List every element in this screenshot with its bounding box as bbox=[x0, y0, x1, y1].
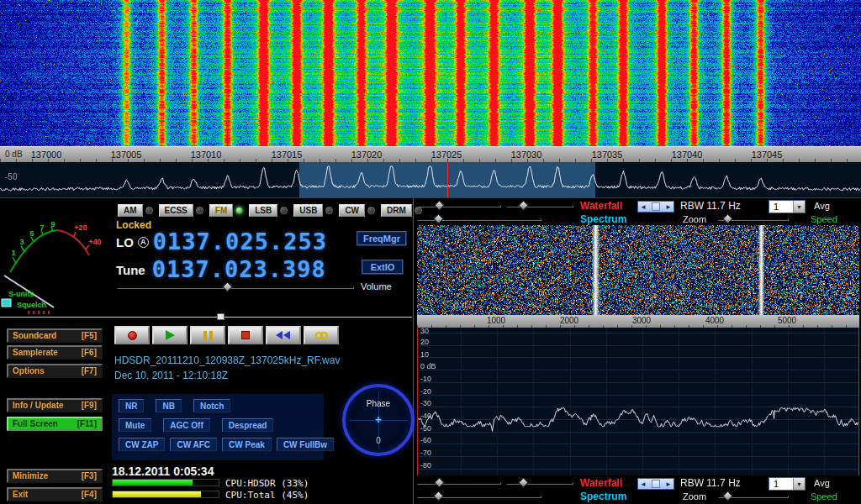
slider-thumb[interactable] bbox=[722, 491, 733, 501]
slider-thumb[interactable] bbox=[434, 477, 445, 488]
loop-button[interactable] bbox=[304, 326, 339, 344]
mode-usb-button[interactable]: USB bbox=[293, 204, 323, 217]
mode-cw[interactable]: CW bbox=[339, 204, 375, 217]
mode-ecss-button[interactable]: ECSS bbox=[159, 204, 193, 217]
slider-thumb[interactable] bbox=[433, 491, 444, 501]
rewind-button[interactable] bbox=[266, 326, 301, 344]
mode-am-button[interactable]: AM bbox=[118, 204, 143, 217]
slider-thumb[interactable] bbox=[434, 200, 445, 211]
phase-display: + Phase 0 bbox=[342, 384, 415, 456]
rf-waterfall-display[interactable] bbox=[417, 225, 859, 315]
despread-button[interactable]: Despread bbox=[222, 418, 274, 432]
spectrum-range-slider-2[interactable] bbox=[417, 491, 541, 501]
waterfall-brightness-slider-2[interactable] bbox=[417, 478, 501, 488]
tune-frequency-display[interactable]: 0137.023.398 bbox=[152, 257, 326, 282]
slider-thumb[interactable] bbox=[722, 213, 733, 224]
mode-fm[interactable]: FM bbox=[209, 204, 243, 217]
avg-label-2: Avg bbox=[814, 478, 830, 488]
chevron-down-icon[interactable]: ▼ bbox=[793, 201, 805, 213]
rf-freq-label: 5000 bbox=[778, 316, 796, 325]
mode-lsb[interactable]: LSB bbox=[249, 204, 288, 217]
passband-region[interactable] bbox=[299, 162, 595, 197]
cpu-hdsdr-bar bbox=[112, 479, 219, 486]
mode-drm-button[interactable]: DRM bbox=[381, 204, 412, 217]
exit-button[interactable]: Exit [F4] bbox=[7, 487, 103, 501]
tune-slider-thumb[interactable] bbox=[217, 313, 224, 320]
db-scale-zero: 0 dB bbox=[5, 150, 23, 159]
soundcard-key: [F5] bbox=[82, 331, 97, 340]
mode-fm-button[interactable]: FM bbox=[209, 204, 233, 217]
fullscreen-label: Full Screen bbox=[13, 419, 58, 428]
cw-afc-button[interactable]: CW AFC bbox=[170, 438, 217, 451]
nr-button[interactable]: NR bbox=[119, 399, 144, 412]
lo-frequency-display[interactable]: 0137.025.253 bbox=[153, 229, 327, 255]
soundcard-button[interactable]: Soundcard [F5] bbox=[7, 328, 103, 343]
freq-label: 137025 bbox=[431, 150, 462, 160]
volume-slider-thumb[interactable] bbox=[222, 281, 233, 292]
rf-frequency-ruler[interactable]: 1000 2000 3000 4000 5000 bbox=[417, 315, 859, 328]
slider-thumb[interactable] bbox=[433, 213, 444, 224]
lo-auto-badge[interactable]: A bbox=[138, 237, 149, 248]
mode-cw-button[interactable]: CW bbox=[339, 204, 365, 217]
minimize-button[interactable]: Minimize [F3] bbox=[7, 469, 103, 483]
slider-track[interactable] bbox=[417, 205, 501, 207]
extio-button[interactable]: ExtIO bbox=[362, 260, 404, 275]
mode-ecss[interactable]: ECSS bbox=[159, 204, 203, 217]
mode-lsb-button[interactable]: LSB bbox=[249, 204, 277, 217]
zoom-slider[interactable] bbox=[718, 214, 789, 224]
squelch-indicator[interactable] bbox=[2, 299, 11, 307]
freq-label: 137045 bbox=[752, 150, 783, 160]
play-button[interactable] bbox=[152, 326, 188, 344]
right-arrow-icon[interactable]: ► bbox=[665, 203, 672, 211]
rf-spectrum-display[interactable] bbox=[418, 328, 858, 475]
scrollbar-thumb[interactable] bbox=[652, 202, 660, 211]
waterfall-contrast-slider[interactable] bbox=[506, 201, 573, 211]
main-waterfall-display[interactable] bbox=[0, 0, 861, 146]
mode-am[interactable]: AM bbox=[118, 204, 153, 217]
chevron-down-icon[interactable]: ▼ bbox=[793, 478, 805, 490]
slider-track[interactable] bbox=[417, 482, 501, 485]
speed-label: Speed bbox=[811, 214, 837, 224]
volume-slider-track[interactable] bbox=[117, 286, 354, 289]
scrollbar-thumb[interactable] bbox=[652, 480, 660, 488]
cw-peak-button[interactable]: CW Peak bbox=[222, 438, 272, 451]
tune-slider[interactable] bbox=[0, 312, 412, 320]
mode-usb[interactable]: USB bbox=[293, 204, 333, 217]
waterfall-brightness-slider[interactable] bbox=[417, 201, 501, 211]
right-arrow-icon[interactable]: ► bbox=[665, 480, 672, 488]
nb-button[interactable]: NB bbox=[156, 399, 181, 412]
slider-thumb[interactable] bbox=[518, 477, 529, 488]
tune-slider-track[interactable] bbox=[0, 317, 412, 318]
zoom-slider-2[interactable] bbox=[718, 491, 789, 501]
left-arrow-icon[interactable]: ◄ bbox=[640, 203, 647, 211]
agc-button[interactable]: AGC Off bbox=[163, 418, 209, 432]
notch-button[interactable]: Notch bbox=[193, 399, 230, 412]
info-update-button[interactable]: Info / Update [F9] bbox=[7, 398, 103, 412]
stop-button[interactable] bbox=[228, 326, 263, 344]
cw-fullbw-button[interactable]: CW FullBw bbox=[277, 438, 334, 451]
options-button[interactable]: Options [F7] bbox=[7, 364, 103, 378]
volume-slider[interactable] bbox=[117, 282, 354, 292]
slider-track[interactable] bbox=[506, 482, 573, 485]
db-label: 10 bbox=[420, 350, 429, 359]
fullscreen-button[interactable]: Full Screen [F11] bbox=[7, 417, 103, 431]
mute-button[interactable]: Mute bbox=[119, 418, 151, 432]
samplerate-button[interactable]: Samplerate [F6] bbox=[7, 345, 103, 360]
mode-cw-led-icon bbox=[367, 207, 375, 214]
waterfall-contrast-slider-2[interactable] bbox=[506, 478, 573, 488]
slider-track[interactable] bbox=[506, 205, 573, 207]
freqmgr-button[interactable]: FreqMgr bbox=[357, 231, 407, 246]
cw-zap-button[interactable]: CW ZAP bbox=[119, 438, 165, 451]
spectrum-range-slider[interactable] bbox=[417, 214, 541, 224]
datetime-display: 18.12.2011 0:05:34 bbox=[112, 465, 214, 478]
avg-select-2[interactable]: 1 ▼ bbox=[769, 477, 806, 491]
slider-thumb[interactable] bbox=[518, 200, 529, 211]
avg-select[interactable]: 1 ▼ bbox=[769, 200, 806, 213]
zoom-scrollbar-2[interactable]: ◄ ► bbox=[637, 478, 674, 490]
zoom-scrollbar[interactable]: ◄ ► bbox=[637, 201, 674, 213]
pause-button[interactable] bbox=[190, 326, 225, 344]
record-button[interactable] bbox=[114, 326, 150, 344]
frequency-ruler[interactable]: 0 dB 137000 137005 137010 137015 137020 … bbox=[0, 146, 861, 162]
left-arrow-icon[interactable]: ◄ bbox=[640, 480, 647, 488]
mode-ecss-led-icon bbox=[196, 207, 203, 214]
